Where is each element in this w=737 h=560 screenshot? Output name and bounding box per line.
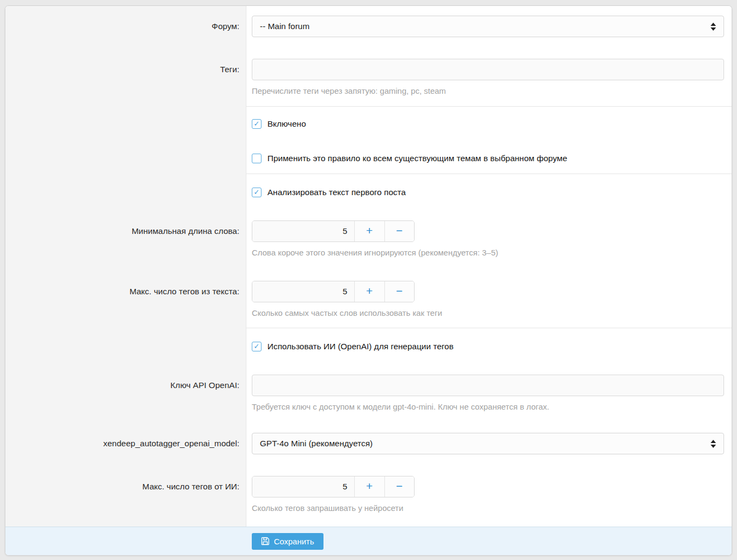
forum-row: Форум: -- Main forum <box>5 6 732 53</box>
decrement-button[interactable]: − <box>384 476 415 497</box>
openai-api-key-row: Ключ API OpenAI: Требуется ключ с доступ… <box>5 375 732 411</box>
max-tags-from-ai-row: Макс. число тегов от ИИ: + − Сколько тег… <box>5 476 732 513</box>
enabled-checkbox-line: ✓ Включено <box>252 119 724 129</box>
max-tags-from-ai-stepper: + − <box>252 476 415 497</box>
openai-model-row: xendeep_autotagger_openai_model: GPT-4o … <box>5 433 732 454</box>
select-updown-icon <box>711 23 716 31</box>
increment-button[interactable]: + <box>354 281 384 302</box>
apply-existing-checkbox-line: Применить это правило ко всем существующ… <box>252 153 724 164</box>
decrement-button[interactable]: − <box>384 221 415 241</box>
save-icon <box>261 537 270 545</box>
tags-row: Теги: Перечислите теги через запятую: ga… <box>5 53 732 106</box>
select-updown-icon <box>711 440 716 448</box>
analyze-first-post-checkbox-line: ✓ Анализировать текст первого поста <box>252 187 724 198</box>
forum-label-cell: Форум: <box>5 16 246 37</box>
openai-api-key-label-cell: Ключ API OpenAI: <box>5 375 246 411</box>
tags-input[interactable] <box>252 59 724 80</box>
max-tags-from-ai-label: Макс. число тегов от ИИ: <box>142 476 239 497</box>
tags-hint: Перечислите теги через запятую: gaming, … <box>252 86 724 95</box>
openai-api-key-hint: Требуется ключ с доступом к модели gpt-4… <box>252 402 724 411</box>
min-word-length-hint: Слова короче этого значения игнорируются… <box>252 248 724 257</box>
max-tags-from-text-stepper: + − <box>252 281 415 302</box>
decrement-button[interactable]: − <box>384 281 415 302</box>
openai-api-key-label: Ключ API OpenAI: <box>170 375 239 396</box>
form-footer: Сохранить <box>5 527 732 555</box>
min-word-length-input[interactable] <box>252 221 354 241</box>
use-ai-checkbox-label: Использовать ИИ (OpenAI) для генерации т… <box>267 341 453 352</box>
openai-api-key-input[interactable] <box>252 375 724 396</box>
max-tags-from-text-row: Макс. число тегов из текста: + − Сколько… <box>5 281 732 328</box>
analyze-first-post-row: ✓ Анализировать текст первого поста <box>5 174 732 198</box>
openai-model-select-value: GPT-4o Mini (рекомендуется) <box>260 439 373 448</box>
increment-button[interactable]: + <box>354 221 384 241</box>
min-word-length-label: Минимальная длина слова: <box>132 220 239 242</box>
forum-label: Форум: <box>212 16 239 37</box>
min-word-length-label-cell: Минимальная длина слова: <box>5 220 246 257</box>
analyze-first-post-checkbox-label: Анализировать текст первого поста <box>267 187 406 198</box>
tags-label: Теги: <box>220 59 239 80</box>
max-tags-from-ai-input[interactable] <box>252 476 354 497</box>
save-button[interactable]: Сохранить <box>252 533 323 550</box>
openai-model-select[interactable]: GPT-4o Mini (рекомендуется) <box>252 433 724 454</box>
tags-label-cell: Теги: <box>5 59 246 95</box>
apply-existing-checkbox[interactable] <box>252 154 261 163</box>
min-word-length-row: Минимальная длина слова: + − Слова короч… <box>5 220 732 257</box>
use-ai-checkbox[interactable]: ✓ <box>252 342 261 351</box>
analyze-first-post-checkbox[interactable]: ✓ <box>252 188 261 197</box>
increment-button[interactable]: + <box>354 476 384 497</box>
max-tags-from-ai-hint: Сколько тегов запрашивать у нейросети <box>252 503 724 513</box>
save-button-label: Сохранить <box>274 537 314 546</box>
min-word-length-stepper: + − <box>252 220 415 242</box>
forum-select[interactable]: -- Main forum <box>252 16 724 37</box>
max-tags-from-text-label-cell: Макс. число тегов из текста: <box>5 281 246 317</box>
use-ai-checkbox-line: ✓ Использовать ИИ (OpenAI) для генерации… <box>252 341 724 352</box>
forum-select-value: -- Main forum <box>260 22 309 31</box>
max-tags-from-text-hint: Сколько самых частых слов использовать к… <box>252 308 724 317</box>
apply-existing-checkbox-label: Применить это правило ко всем существующ… <box>267 153 567 164</box>
form-body: Форум: -- Main forum Теги: Перечислите т… <box>5 6 732 527</box>
openai-model-label: xendeep_autotagger_openai_model: <box>103 433 239 454</box>
use-ai-row: ✓ Использовать ИИ (OpenAI) для генерации… <box>5 328 732 352</box>
settings-form-panel: Форум: -- Main forum Теги: Перечислите т… <box>5 5 732 556</box>
enabled-checkbox-label: Включено <box>267 119 306 129</box>
toggles-row: ✓ Включено Применить это правило ко всем… <box>5 107 732 174</box>
max-tags-from-text-input[interactable] <box>252 281 354 302</box>
max-tags-from-ai-label-cell: Макс. число тегов от ИИ: <box>5 476 246 513</box>
max-tags-from-text-label: Макс. число тегов из текста: <box>129 281 239 302</box>
openai-model-label-cell: xendeep_autotagger_openai_model: <box>5 433 246 454</box>
enabled-checkbox[interactable]: ✓ <box>252 119 261 129</box>
